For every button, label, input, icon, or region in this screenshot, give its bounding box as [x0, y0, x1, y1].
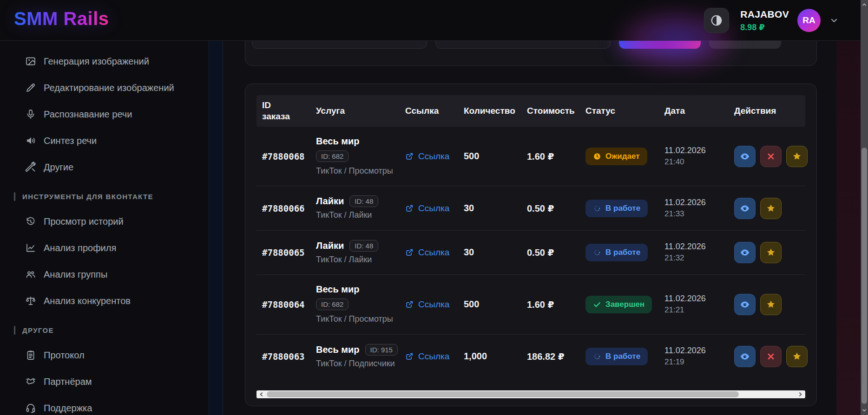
favorite-order-button[interactable] [760, 242, 782, 263]
sidebar-item[interactable]: Другие [25, 162, 204, 173]
sidebar-item[interactable]: Редактирование изображений [25, 82, 204, 93]
speaker-icon [25, 135, 36, 146]
sidebar-item-label: Поддержка [44, 403, 92, 414]
view-order-button[interactable] [734, 242, 756, 263]
view-order-button[interactable] [734, 346, 756, 367]
star-icon [766, 247, 776, 258]
sidebar-item[interactable]: Генерация изображений [25, 56, 204, 67]
scroll-up-icon[interactable] [861, 2, 868, 7]
order-actions [734, 242, 805, 263]
service-category: ТикТок / Лайки [316, 254, 396, 265]
sidebar-item-label: Просмотр историй [44, 216, 124, 227]
section-bar [14, 192, 15, 201]
sidebar-item-label: Распознавание речи [44, 109, 132, 120]
cancel-order-button[interactable] [760, 346, 782, 367]
service-cell: ЛайкиID: 48ТикТок / Лайки [310, 195, 400, 220]
status-badge: В работе [585, 244, 648, 261]
favorite-order-button[interactable] [786, 346, 808, 367]
view-order-button[interactable] [734, 146, 756, 167]
order-date: 11.02.2026 [664, 294, 729, 304]
chevron-down-icon[interactable] [829, 15, 839, 26]
clipboard-icon [25, 350, 36, 361]
order-price: 0.50 ₽ [521, 203, 580, 214]
order-date-cell: 11.02.202621:40 [659, 146, 729, 167]
avatar[interactable]: RA [797, 9, 821, 32]
sidebar-item-label: Синтез речи [44, 136, 97, 146]
sidebar-item-label: Генерация изображений [44, 56, 149, 67]
sidebar-item[interactable]: Анализ конкурентов [25, 295, 204, 306]
tools-icon [25, 162, 36, 173]
sidebar-item[interactable]: Партнёрам [25, 376, 204, 387]
history-icon [25, 216, 36, 227]
order-link[interactable]: Ссылка [405, 299, 458, 310]
order-link[interactable]: Ссылка [405, 203, 458, 214]
order-link[interactable]: Ссылка [405, 247, 458, 258]
sidebar-item-label: Протокол [44, 350, 85, 361]
check-icon [593, 300, 601, 309]
scroll-right-icon[interactable] [797, 391, 804, 398]
sidebar-item-label: Другие [44, 162, 73, 173]
service-name: Весь мир [316, 344, 360, 355]
headset-icon [25, 402, 36, 414]
favorite-order-button[interactable] [760, 198, 782, 219]
external-link-icon [405, 248, 414, 257]
main-content: ID заказаУслугаСсылкаКоличествоСтоимость… [223, 41, 861, 415]
sidebar-item[interactable]: Просмотр историй [25, 216, 204, 227]
horizontal-scrollbar-thumb[interactable] [267, 391, 739, 397]
external-link-icon [405, 352, 414, 361]
avatar-initials: RA [802, 15, 815, 26]
service-category: ТикТок / Просмотры [316, 314, 396, 324]
favorite-order-button[interactable] [760, 294, 782, 315]
order-link[interactable]: Ссылка [405, 151, 458, 162]
sidebar: Генерация изображенийРедактирование изоб… [0, 41, 223, 415]
service-id-badge: ID: 682 [316, 150, 349, 162]
order-id: #7880063 [256, 351, 310, 362]
favorite-order-button[interactable] [786, 146, 808, 167]
cancel-order-button[interactable] [760, 146, 782, 167]
right-accent-strip [836, 41, 861, 415]
sidebar-item-label: Анализ конкурентов [44, 296, 131, 306]
service-cell: ЛайкиID: 48ТикТок / Лайки [310, 240, 400, 265]
horizontal-scrollbar[interactable] [256, 390, 805, 398]
vertical-scrollbar[interactable] [861, 0, 868, 415]
status-badge: В работе [585, 348, 648, 365]
chart-line-icon [25, 242, 36, 253]
sidebar-item[interactable]: Анализ группы [25, 269, 204, 280]
view-order-button[interactable] [734, 198, 756, 219]
order-date: 11.02.2026 [664, 242, 729, 252]
order-row: #7880066ЛайкиID: 48ТикТок / ЛайкиСсылка3… [256, 186, 805, 230]
order-price: 1.60 ₽ [521, 151, 580, 162]
eye-icon [740, 299, 750, 310]
status-badge: Ожидает [585, 148, 647, 165]
theme-toggle-button[interactable] [704, 8, 729, 33]
order-date-cell: 11.02.202621:19 [659, 346, 729, 367]
app-header: SMM Rails RAJABOV 8.98 ₽ RA [0, 0, 861, 41]
column-header: Количество [458, 105, 521, 117]
sidebar-item[interactable]: Анализ профиля [25, 242, 204, 253]
order-row: #7880068Весь мирID: 682ТикТок / Просмотр… [256, 127, 805, 186]
spinner-icon [593, 352, 601, 361]
service-id-badge: ID: 48 [349, 240, 378, 252]
scales-icon [25, 295, 36, 306]
sidebar-item[interactable]: Распознавание речи [25, 109, 204, 120]
service-category: ТикТок / Просмотры [316, 166, 396, 176]
external-link-icon [405, 152, 414, 161]
order-id: #7880068 [256, 151, 310, 162]
order-link[interactable]: Ссылка [405, 351, 458, 362]
view-order-button[interactable] [734, 294, 756, 315]
column-header: Дата [659, 105, 729, 117]
status-badge: В работе [585, 200, 648, 217]
eye-icon [740, 203, 750, 214]
order-quantity: 30 [458, 203, 521, 214]
scroll-down-icon[interactable] [861, 408, 868, 413]
sidebar-item[interactable]: Поддержка [25, 402, 204, 414]
scroll-left-icon[interactable] [258, 391, 265, 398]
users-icon [25, 269, 36, 280]
sidebar-item[interactable]: Синтез речи [25, 135, 204, 146]
sidebar-item-label: Партнёрам [44, 376, 92, 387]
service-cell: Весь мирID: 682ТикТок / Просмотры [310, 284, 400, 324]
vertical-scrollbar-thumb[interactable] [861, 148, 867, 404]
image-icon [25, 56, 36, 67]
sidebar-item[interactable]: Протокол [25, 350, 204, 361]
order-time: 21:21 [664, 305, 729, 315]
